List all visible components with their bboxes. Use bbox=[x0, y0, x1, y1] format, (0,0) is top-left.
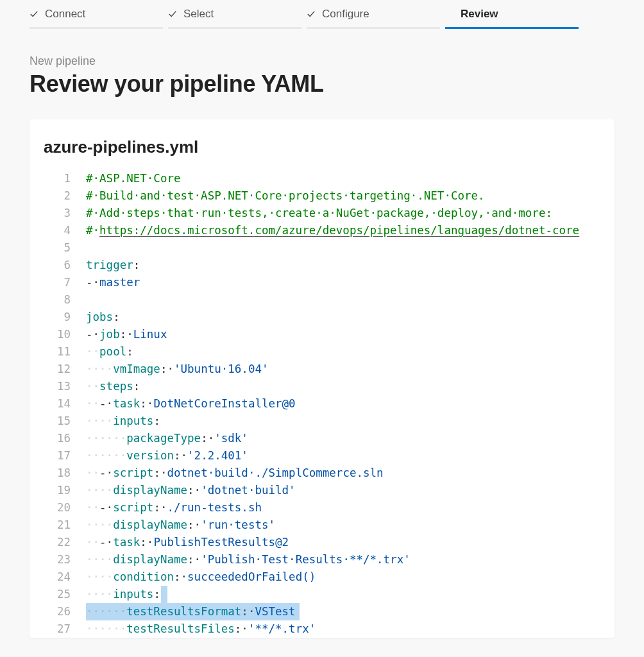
line-number: 19 bbox=[44, 482, 86, 499]
code-line[interactable]: 6trigger: bbox=[44, 257, 600, 274]
code-line[interactable]: 13··steps: bbox=[44, 378, 600, 395]
code-content[interactable] bbox=[86, 239, 600, 257]
code-content[interactable]: ··-·task:·PublishTestResults@2 bbox=[86, 534, 600, 551]
code-content[interactable]: ····vmImage:·'Ubuntu·16.04' bbox=[86, 361, 600, 378]
line-number: 1 bbox=[44, 170, 86, 187]
code-line[interactable]: 15····inputs: bbox=[44, 413, 600, 430]
code-line[interactable]: 17······version:·'2.2.401' bbox=[44, 447, 600, 465]
line-number: 3 bbox=[44, 205, 86, 222]
line-number: 4 bbox=[44, 222, 86, 239]
code-content[interactable]: ····inputs: bbox=[86, 413, 600, 430]
code-line[interactable]: 14··-·task:·DotNetCoreInstaller@0 bbox=[44, 395, 600, 413]
line-number: 5 bbox=[44, 239, 86, 257]
code-content[interactable]: #·ASP.NET·Core bbox=[86, 170, 600, 187]
code-content[interactable]: -·master bbox=[86, 274, 600, 291]
code-content[interactable]: trigger: bbox=[86, 257, 600, 274]
code-content[interactable]: ····displayName:·'Publish·Test·Results·*… bbox=[86, 551, 600, 568]
code-content[interactable]: ··-·script:·dotnet·build·./SimplCommerce… bbox=[86, 465, 600, 482]
page-title: Review your pipeline YAML bbox=[30, 71, 614, 98]
line-number: 14 bbox=[44, 395, 86, 413]
code-content[interactable] bbox=[86, 291, 600, 309]
code-editor[interactable]: 1#·ASP.NET·Core2#·Build·and·test·ASP.NET… bbox=[44, 170, 600, 638]
code-content[interactable]: #·https://docs.microsoft.com/azure/devop… bbox=[86, 222, 600, 239]
code-line[interactable]: 21····displayName:·'run·tests' bbox=[44, 516, 600, 534]
line-number: 8 bbox=[44, 291, 86, 309]
check-icon bbox=[168, 10, 177, 19]
code-line[interactable]: 23····displayName:·'Publish·Test·Results… bbox=[44, 551, 600, 568]
code-line[interactable]: 22··-·task:·PublishTestResults@2 bbox=[44, 534, 600, 551]
code-line[interactable]: 2#·Build·and·test·ASP.NET·Core·projects·… bbox=[44, 187, 600, 205]
code-content[interactable]: ····displayName:·'run·tests' bbox=[86, 516, 600, 534]
code-line[interactable]: 16······packageType:·'sdk' bbox=[44, 430, 600, 447]
code-line[interactable]: 8 bbox=[44, 291, 600, 309]
code-content[interactable]: ····condition:·succeededOrFailed() bbox=[86, 568, 600, 586]
line-number: 27 bbox=[44, 620, 86, 638]
code-line[interactable]: 19····displayName:·'dotnet·build' bbox=[44, 482, 600, 499]
code-line[interactable]: 20··-·script:·./run-tests.sh bbox=[44, 499, 600, 516]
check-icon bbox=[307, 10, 316, 19]
code-content[interactable]: ··-·task:·DotNetCoreInstaller@0 bbox=[86, 395, 600, 413]
code-line[interactable]: 4#·https://docs.microsoft.com/azure/devo… bbox=[44, 222, 600, 239]
line-number: 22 bbox=[44, 534, 86, 551]
yaml-editor-card: azure-pipelines.yml 1#·ASP.NET·Core2#·Bu… bbox=[30, 119, 614, 638]
line-number: 10 bbox=[44, 326, 86, 343]
line-number: 17 bbox=[44, 447, 86, 465]
code-line[interactable]: 9jobs: bbox=[44, 309, 600, 326]
code-content[interactable]: ··steps: bbox=[86, 378, 600, 395]
code-line[interactable]: 24····condition:·succeededOrFailed() bbox=[44, 568, 600, 586]
wizard-step-connect[interactable]: Connect bbox=[30, 8, 163, 29]
code-line[interactable]: 27······testResultsFiles:·'**/*.trx' bbox=[44, 620, 600, 638]
line-number: 15 bbox=[44, 413, 86, 430]
line-number: 7 bbox=[44, 274, 86, 291]
line-number: 25 bbox=[44, 586, 86, 603]
wizard-step-label: Review bbox=[461, 8, 498, 21]
code-content[interactable]: ······packageType:·'sdk' bbox=[86, 430, 600, 447]
code-line[interactable]: 10-·job:·Linux bbox=[44, 326, 600, 343]
code-content[interactable]: ······testResultsFiles:·'**/*.trx' bbox=[86, 620, 600, 638]
wizard-step-label: Connect bbox=[45, 8, 85, 21]
code-content[interactable]: #·Add·steps·that·run·tests,·create·a·NuG… bbox=[86, 205, 600, 222]
code-content[interactable]: ······version:·'2.2.401' bbox=[86, 447, 600, 465]
code-line[interactable]: 18··-·script:·dotnet·build·./SimplCommer… bbox=[44, 465, 600, 482]
filename: azure-pipelines.yml bbox=[44, 137, 600, 157]
code-content[interactable]: ··-·script:·./run-tests.sh bbox=[86, 499, 600, 516]
code-content[interactable]: ····displayName:·'dotnet·build' bbox=[86, 482, 600, 499]
line-number: 24 bbox=[44, 568, 86, 586]
line-number: 6 bbox=[44, 257, 86, 274]
wizard-step-configure[interactable]: Configure bbox=[307, 8, 440, 29]
line-number: 12 bbox=[44, 361, 86, 378]
breadcrumb: New pipeline bbox=[30, 55, 614, 68]
line-number: 23 bbox=[44, 551, 86, 568]
line-number: 9 bbox=[44, 309, 86, 326]
code-content[interactable]: ····inputs: bbox=[86, 586, 600, 603]
code-line[interactable]: 7-·master bbox=[44, 274, 600, 291]
code-line[interactable]: 26······testResultsFormat:·VSTest bbox=[44, 603, 600, 620]
wizard-steps: ConnectSelectConfigureReview bbox=[0, 0, 644, 29]
wizard-step-review[interactable]: Review bbox=[445, 8, 579, 29]
code-content[interactable]: -·job:·Linux bbox=[86, 326, 600, 343]
code-content[interactable]: ··pool: bbox=[86, 343, 600, 361]
code-line[interactable]: 25····inputs: bbox=[44, 586, 600, 603]
line-number: 20 bbox=[44, 499, 86, 516]
code-line[interactable]: 5 bbox=[44, 239, 600, 257]
code-line[interactable]: 12····vmImage:·'Ubuntu·16.04' bbox=[44, 361, 600, 378]
line-number: 26 bbox=[44, 603, 86, 620]
wizard-step-select[interactable]: Select bbox=[168, 8, 301, 29]
code-line[interactable]: 11··pool: bbox=[44, 343, 600, 361]
line-number: 13 bbox=[44, 378, 86, 395]
line-number: 2 bbox=[44, 187, 86, 205]
code-line[interactable]: 3#·Add·steps·that·run·tests,·create·a·Nu… bbox=[44, 205, 600, 222]
check-icon bbox=[30, 10, 38, 19]
line-number: 21 bbox=[44, 516, 86, 534]
code-line[interactable]: 1#·ASP.NET·Core bbox=[44, 170, 600, 187]
line-number: 11 bbox=[44, 343, 86, 361]
line-number: 16 bbox=[44, 430, 86, 447]
wizard-step-label: Select bbox=[183, 8, 214, 21]
code-content[interactable]: ······testResultsFormat:·VSTest bbox=[86, 603, 600, 620]
code-content[interactable]: #·Build·and·test·ASP.NET·Core·projects·t… bbox=[86, 187, 600, 205]
selection-highlight bbox=[161, 586, 167, 603]
code-content[interactable]: jobs: bbox=[86, 309, 600, 326]
line-number: 18 bbox=[44, 465, 86, 482]
wizard-step-label: Configure bbox=[322, 8, 369, 21]
